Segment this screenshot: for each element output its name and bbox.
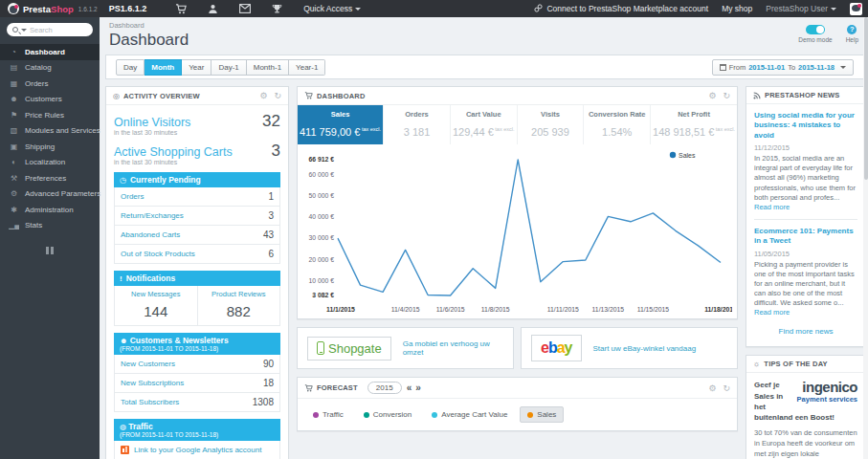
- online-visitors-value: 32: [262, 112, 280, 131]
- range-button-day[interactable]: Day: [116, 59, 145, 76]
- forecast-toggle-average-cart-value[interactable]: Average Cart Value: [424, 406, 515, 423]
- previous-year-button[interactable]: «: [407, 382, 412, 393]
- sidebar-item-modules-and-services[interactable]: ▧Modules and Services: [0, 123, 100, 140]
- notification-product-reviews[interactable]: Product Reviews882: [197, 286, 280, 325]
- sidebar-search[interactable]: [7, 23, 93, 36]
- news-article-title[interactable]: Ecommerce 101: Payments in a Tweet: [754, 227, 857, 247]
- toggle-on-icon[interactable]: [806, 25, 825, 34]
- date-range-picker[interactable]: From 2015-11-01 To 2015-11-18: [712, 59, 854, 76]
- user-avatar[interactable]: [850, 3, 862, 15]
- next-year-button[interactable]: »: [415, 382, 420, 393]
- pending-row[interactable]: Abandoned Carts43: [114, 226, 280, 245]
- gear-icon[interactable]: ⚙: [708, 91, 716, 100]
- svg-text:60 000 €: 60 000 €: [309, 171, 335, 178]
- sidebar-item-dashboard[interactable]: ◔Dashboard: [0, 44, 100, 60]
- notifications-header: ! Notifications: [114, 271, 280, 286]
- refresh-icon[interactable]: ↻: [723, 383, 730, 393]
- kpi-orders[interactable]: Orders3 181: [384, 105, 451, 144]
- messages-icon[interactable]: [239, 4, 251, 13]
- cart-icon[interactable]: [175, 4, 187, 14]
- quick-access-menu[interactable]: Quick Access: [303, 4, 361, 13]
- google-analytics-link[interactable]: Link to your Google Analytics account: [114, 441, 280, 459]
- shopgate-link[interactable]: Ga mobiel en verhoog uw omzet: [403, 339, 503, 357]
- newsletter-row[interactable]: New Customers90: [114, 355, 280, 374]
- pending-row[interactable]: Orders1: [114, 187, 280, 207]
- notification-new-messages[interactable]: New Messages144: [115, 286, 197, 325]
- trophy-icon[interactable]: [272, 4, 282, 14]
- read-more-link[interactable]: Read more: [754, 203, 790, 211]
- sidebar-item-preferences[interactable]: ⚒Preferences: [0, 170, 100, 186]
- rss-icon: [753, 92, 761, 99]
- sidebar-item-localization[interactable]: ◐Localization: [0, 155, 100, 171]
- news-article-excerpt: Picking a payment provider is one of the…: [754, 260, 857, 318]
- link-icon: [534, 4, 543, 14]
- sidebar-collapse-button[interactable]: [45, 247, 55, 254]
- kpi-cart-value[interactable]: Cart Value129,44 € tax excl.: [451, 105, 518, 144]
- online-visitors-link[interactable]: Online Visitors: [114, 116, 190, 129]
- forecast-toggle-traffic[interactable]: Traffic: [305, 406, 351, 423]
- sales-series-line: [338, 160, 721, 295]
- kpi-sales[interactable]: Sales411 759,00 € tax excl.: [298, 105, 384, 144]
- refresh-icon[interactable]: ↻: [723, 91, 730, 100]
- range-button-year-1[interactable]: Year-1: [289, 59, 325, 76]
- app-logo[interactable]: PrestaShop 1.6.1.2 PS1.6.1.2: [0, 3, 154, 14]
- svg-text:10 000 €: 10 000 €: [309, 277, 335, 284]
- news-article-title[interactable]: Using social media for your business: 4 …: [754, 111, 857, 141]
- gear-icon[interactable]: ⚙: [259, 91, 267, 100]
- pending-row[interactable]: Return/Exchanges3: [114, 207, 280, 226]
- active-carts-sublabel: in the last 30 minutes: [114, 159, 280, 165]
- kpi-label: Orders: [386, 110, 448, 119]
- ebay-ad[interactable]: ebay Start uw eBay-winkel vandaag: [521, 327, 738, 369]
- range-button-month-1[interactable]: Month-1: [247, 59, 289, 76]
- kpi-net-profit[interactable]: Net Profit148 918,51 € tax excl.: [651, 105, 737, 144]
- sidebar-item-administration[interactable]: ✱Administration: [0, 202, 100, 218]
- refresh-icon[interactable]: ↻: [274, 91, 281, 100]
- range-button-day-1[interactable]: Day-1: [211, 59, 246, 76]
- shopgate-logo: Shopgate: [307, 337, 391, 361]
- sidebar-item-orders[interactable]: ▦Orders: [0, 76, 100, 92]
- ebay-link[interactable]: Start uw eBay-winkel vandaag: [593, 344, 697, 353]
- search-input[interactable]: [30, 26, 85, 34]
- shipping-icon: ▣: [9, 142, 19, 151]
- page-title: Dashboard: [109, 31, 858, 50]
- kpi-visits[interactable]: Visits205 939: [518, 105, 585, 144]
- stats-icon: ▁▄▇: [9, 221, 19, 230]
- forecast-year-input[interactable]: 2015: [367, 382, 402, 394]
- read-more-link[interactable]: Read more: [754, 308, 790, 317]
- sidebar-item-advanced-parameters[interactable]: ⚙Advanced Parameters: [0, 186, 100, 203]
- demo-mode-toggle[interactable]: Demo mode: [798, 25, 832, 43]
- kpi-value: 411 759,00 € tax excl.: [300, 126, 381, 138]
- version-label: 1.6.1.2: [78, 6, 98, 12]
- gear-icon[interactable]: ⚙: [708, 383, 716, 393]
- range-button-year[interactable]: Year: [182, 59, 211, 76]
- newsletter-row[interactable]: New Subscriptions18: [114, 374, 280, 393]
- legend-sales-label[interactable]: Sales: [679, 152, 696, 159]
- breadcrumb[interactable]: Dashboard: [109, 21, 858, 30]
- sidebar-item-label: Localization: [25, 158, 65, 166]
- sidebar-item-customers[interactable]: ☻Customers: [0, 92, 100, 108]
- pending-row[interactable]: Out of Stock Products6: [114, 245, 280, 264]
- marketplace-connect-link[interactable]: Connect to PrestaShop Marketplace accoun…: [534, 4, 708, 14]
- sidebar-item-shipping[interactable]: ▣Shipping: [0, 139, 100, 155]
- vertical-scrollbar[interactable]: [863, 17, 868, 459]
- find-more-news-link[interactable]: Find more news: [754, 327, 857, 336]
- user-icon[interactable]: [208, 4, 218, 14]
- newsletter-row[interactable]: Total Subscribers1308: [114, 393, 280, 412]
- help-button[interactable]: ? Help: [846, 25, 858, 43]
- sidebar-item-stats[interactable]: ▁▄▇Stats: [0, 218, 100, 234]
- sidebar-item-price-rules[interactable]: ⚑Price Rules: [0, 107, 100, 123]
- from-date: 2015-11-01: [748, 63, 785, 72]
- kpi-conversion-rate[interactable]: Conversion Rate1.54%: [584, 105, 651, 144]
- user-menu[interactable]: PrestaShop User: [766, 4, 836, 13]
- chevron-down-icon: [355, 8, 361, 11]
- scrollbar-thumb[interactable]: [864, 17, 868, 180]
- sidebar-item-catalog[interactable]: ▤Catalog: [0, 60, 100, 76]
- shopgate-ad[interactable]: Shopgate Ga mobiel en verhoog uw omzet: [297, 327, 514, 369]
- my-shop-link[interactable]: My shop: [722, 4, 752, 13]
- active-carts-link[interactable]: Active Shopping Carts: [114, 145, 233, 159]
- forecast-toggle-sales[interactable]: Sales: [520, 406, 564, 423]
- forecast-toggle-conversion[interactable]: Conversion: [356, 406, 419, 423]
- person-icon: ☻: [120, 337, 130, 345]
- svg-text:3 082 €: 3 082 €: [312, 292, 334, 298]
- range-button-month[interactable]: Month: [145, 59, 182, 76]
